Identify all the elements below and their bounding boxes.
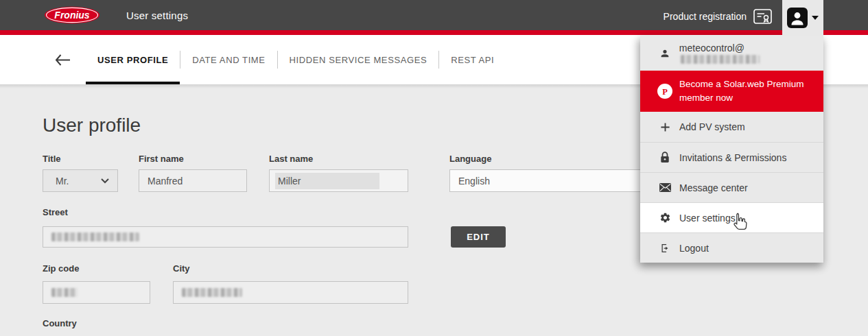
last-name-field[interactable]: Miller <box>269 169 408 192</box>
language-field[interactable]: English <box>449 169 652 192</box>
page-title: User settings <box>126 10 188 21</box>
svg-text:P: P <box>662 87 668 97</box>
logout-icon <box>657 243 672 254</box>
menu-item-add-pv-system[interactable]: Add PV system <box>640 112 823 142</box>
title-select[interactable]: Mr. <box>43 169 118 192</box>
language-value: English <box>458 176 490 187</box>
premium-badge-icon: P <box>657 84 672 99</box>
product-registration-link[interactable]: Product registration <box>664 0 772 32</box>
menu-item-premium-upsell[interactable]: P Become a Solar.web Premium member now <box>640 71 823 112</box>
fronius-logo[interactable]: Fronius <box>44 6 100 24</box>
menu-item-label: Logout <box>679 243 709 254</box>
tab-list: USER PROFILE DATE AND TIME HIDDEN SERVIC… <box>86 35 506 84</box>
header-accent-line <box>0 32 868 35</box>
user-avatar-icon <box>787 8 808 28</box>
svg-text:Fronius: Fronius <box>54 10 90 21</box>
menu-item-label: Message center <box>679 182 748 193</box>
first-name-label: First name <box>139 154 184 164</box>
user-dropdown-menu: meteocontrol@ P Become a Solar.web Premi… <box>640 36 823 263</box>
person-icon <box>657 48 672 59</box>
menu-item-invitations-permissions[interactable]: Invitations & Permissions <box>640 142 823 172</box>
top-header: Fronius User settings Product registrati… <box>0 0 868 32</box>
zip-code-field[interactable] <box>43 281 150 304</box>
fronius-logo-icon: Fronius <box>44 6 100 24</box>
section-heading: User profile <box>43 115 141 136</box>
menu-item-label: Add PV system <box>679 121 745 132</box>
lock-icon <box>657 152 672 163</box>
tab-rest-api[interactable]: REST API <box>439 35 506 84</box>
app-window: Fronius User settings Product registrati… <box>0 0 868 336</box>
redacted-zip-value <box>51 288 78 297</box>
user-avatar-button[interactable] <box>782 0 823 36</box>
language-label: Language <box>449 154 491 164</box>
tab-date-and-time[interactable]: DATE AND TIME <box>180 35 277 84</box>
last-name-label: Last name <box>269 154 313 164</box>
last-name-value: Miller <box>278 176 301 187</box>
menu-item-logout[interactable]: Logout <box>640 232 823 263</box>
account-email-text: meteocontrol@ <box>679 43 823 64</box>
tab-user-profile[interactable]: USER PROFILE <box>86 35 180 84</box>
first-name-value: Manfred <box>148 176 183 187</box>
gear-icon <box>657 212 672 224</box>
product-registration-label: Product registration <box>664 11 747 22</box>
back-button[interactable] <box>55 54 71 66</box>
premium-upsell-text: Become a Solar.web Premium member now <box>679 77 804 105</box>
chevron-down-icon <box>812 16 819 20</box>
menu-item-account-email[interactable]: meteocontrol@ <box>640 36 823 71</box>
title-select-value: Mr. <box>56 176 69 187</box>
country-label: Country <box>43 318 77 328</box>
certificate-icon <box>753 8 772 25</box>
plus-icon <box>657 122 672 132</box>
menu-item-label: User settings <box>679 213 736 224</box>
city-label: City <box>173 263 190 274</box>
tab-hidden-service-messages[interactable]: HIDDEN SERVICE MESSAGES <box>278 35 439 84</box>
menu-item-message-center[interactable]: Message center <box>640 172 823 202</box>
first-name-field[interactable]: Manfred <box>139 169 247 192</box>
city-field[interactable] <box>173 281 408 304</box>
envelope-icon <box>657 183 672 192</box>
edit-button[interactable]: EDIT <box>451 226 506 248</box>
redacted-city-value <box>182 288 242 297</box>
street-field[interactable] <box>43 226 408 248</box>
chevron-down-icon <box>101 178 109 184</box>
redacted-email-domain <box>681 55 760 64</box>
zip-code-label: Zip code <box>43 263 79 274</box>
redacted-street-value <box>51 232 139 241</box>
menu-item-user-settings[interactable]: User settings <box>640 202 823 232</box>
street-label: Street <box>43 207 68 217</box>
title-label: Title <box>43 154 61 164</box>
menu-item-label: Invitations & Permissions <box>679 152 786 163</box>
arrow-left-icon <box>55 54 71 66</box>
